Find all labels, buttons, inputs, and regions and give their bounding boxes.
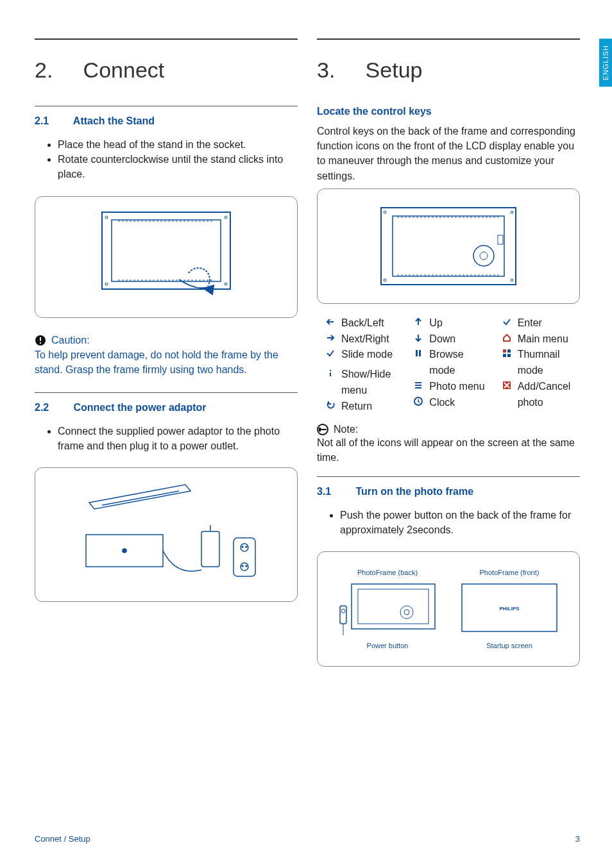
caution-block: Caution: To help prevent damage, do not … — [35, 335, 298, 377]
section-2-2-number: 2.2 — [35, 402, 71, 413]
chapter-2-text: Connect — [83, 58, 165, 82]
grid-icon — [501, 347, 513, 358]
controls-svg — [362, 198, 535, 294]
svg-point-45 — [341, 609, 345, 613]
key-enter-label: Enter — [518, 315, 580, 331]
figure-back-svg — [336, 580, 439, 638]
section-3-1-title: Turn on the photo frame — [355, 486, 473, 497]
clock-icon — [412, 395, 424, 406]
section-2-1-bullet-2: Rotate counterclockwise until the stand … — [58, 152, 298, 181]
figure-front: PhotoFrame (front) PHILIPS Startup scree… — [455, 569, 564, 649]
key-enter: Enter — [501, 315, 580, 331]
svg-rect-39 — [319, 428, 321, 431]
svg-rect-30 — [416, 350, 418, 356]
svg-point-18 — [246, 565, 247, 567]
svg-point-16 — [246, 546, 247, 547]
svg-point-26 — [480, 252, 488, 260]
key-back-left-label: Back/Left — [341, 315, 404, 331]
key-main-menu: Main menu — [501, 331, 580, 347]
section-3-1-heading: 3.1 Turn on the photo frame — [317, 486, 580, 497]
section-2-1-list: Place the head of the stand in the socke… — [35, 137, 298, 182]
svg-point-22 — [511, 211, 513, 213]
return-icon — [325, 399, 336, 410]
note-text: Not all of the icons will appear on the … — [317, 435, 580, 465]
chapter-2-title: 2. Connect — [35, 58, 298, 83]
left-column: 2. Connect 2.1 Attach the Stand Place th… — [35, 38, 298, 842]
svg-point-24 — [511, 279, 513, 281]
key-return-label: Return — [341, 399, 404, 415]
arrow-right-icon — [325, 331, 336, 342]
figure-front-svg: PHILIPS — [458, 580, 561, 638]
key-slide-mode: Slide mode — [325, 347, 404, 363]
top-rule-right — [317, 38, 580, 40]
check-icon — [325, 347, 336, 358]
language-tab: ENGLISH — [599, 38, 612, 87]
chapter-2-number: 2. — [35, 58, 53, 82]
controls-illustration — [317, 188, 580, 304]
key-back-left: Back/Left — [325, 315, 404, 331]
key-add-cancel-label: Add/Cancel photo — [518, 379, 580, 411]
svg-rect-1 — [112, 220, 221, 281]
svg-rect-0 — [102, 212, 230, 289]
key-down-label: Down — [429, 331, 491, 347]
key-photo-menu: Photo menu — [412, 379, 491, 395]
stand-illustration — [35, 196, 298, 318]
info-icon — [325, 367, 336, 378]
control-keys-grid: Back/Left Next/Right Slide mode Show/Hid… — [317, 313, 580, 415]
key-browse-mode: Browse mode — [412, 347, 491, 379]
key-show-hide: Show/Hide menu — [325, 367, 404, 399]
key-thumbnail-mode-label: Thumnail mode — [518, 347, 580, 379]
key-photo-menu-label: Photo menu — [429, 379, 491, 395]
arrow-down-icon — [412, 331, 424, 342]
caution-icon — [35, 335, 46, 346]
section-2-1-title: Attach the Stand — [73, 115, 155, 126]
footer-page-number: 3 — [575, 834, 580, 844]
svg-rect-34 — [507, 349, 511, 353]
power-svg — [64, 477, 269, 592]
svg-point-43 — [404, 610, 409, 615]
arrow-up-icon — [412, 315, 424, 326]
figure-startup-label: Startup screen — [486, 642, 532, 649]
svg-rect-28 — [330, 370, 331, 371]
figure-power-label: Power button — [367, 642, 409, 649]
home-icon — [501, 331, 513, 342]
section-2-2-title: Connect the power adaptor — [73, 402, 206, 413]
key-up-label: Up — [429, 315, 491, 331]
locate-heading: Locate the control keys — [317, 106, 580, 117]
note-icon — [317, 424, 328, 435]
key-up: Up — [412, 315, 491, 331]
section-2-2-list: Connect the supplied power adaptor to th… — [35, 424, 298, 453]
svg-rect-27 — [498, 235, 503, 244]
stand-svg — [83, 206, 250, 308]
svg-rect-7 — [40, 337, 41, 341]
section-3-1-bullet-1: Push the power button on the back of the… — [340, 508, 580, 537]
note-heading: Note: — [317, 424, 580, 435]
section-3-1-number: 3.1 — [317, 486, 353, 497]
page: 2. Connect 2.1 Attach the Stand Place th… — [0, 0, 612, 868]
check-icon — [501, 315, 513, 326]
power-illustration — [35, 467, 298, 602]
arrow-left-icon — [325, 315, 336, 326]
turn-on-illustration: PhotoFrame (back) Power button PhotoFram… — [317, 551, 580, 667]
section-rule-2 — [35, 392, 298, 393]
footer-section: Connet / Setup — [35, 834, 90, 844]
svg-rect-29 — [330, 372, 331, 376]
svg-rect-8 — [40, 342, 41, 344]
add-cancel-icon — [501, 379, 513, 390]
key-return: Return — [325, 399, 404, 415]
svg-point-42 — [400, 606, 413, 619]
section-rule-3 — [317, 476, 580, 477]
svg-rect-40 — [352, 584, 435, 629]
list-icon — [412, 379, 424, 390]
svg-point-4 — [105, 283, 108, 285]
figure-front-title: PhotoFrame (front) — [480, 569, 540, 576]
svg-rect-44 — [340, 606, 346, 624]
figure-back: PhotoFrame (back) Power button — [333, 569, 442, 649]
key-add-cancel: Add/Cancel photo — [501, 379, 580, 411]
svg-rect-19 — [381, 208, 516, 285]
caution-label: Caution: — [51, 335, 90, 346]
key-clock-label: Clock — [429, 395, 491, 411]
chapter-3-number: 3. — [317, 58, 335, 82]
footer: Connet / Setup 3 — [35, 834, 580, 844]
brand-text: PHILIPS — [499, 606, 520, 612]
